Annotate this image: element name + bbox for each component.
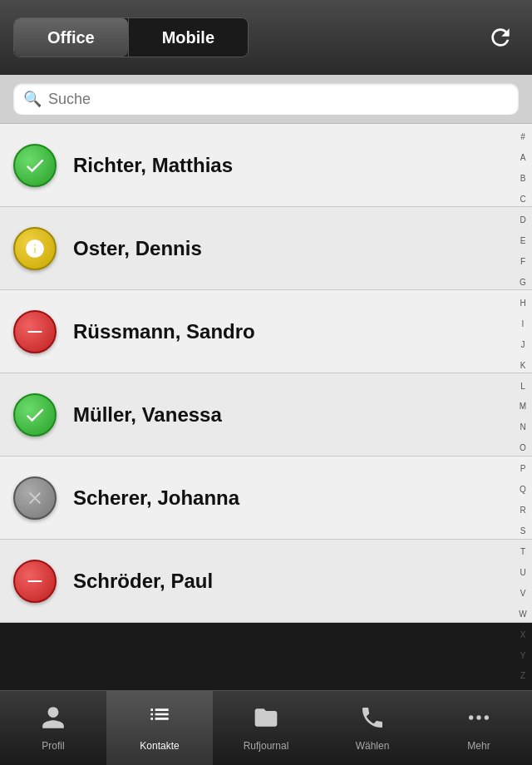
alpha-letter[interactable]: M [520, 402, 526, 411]
status-icon-red [13, 310, 57, 353]
tab-label-mehr: Mehr [467, 740, 490, 752]
tab-waehlen[interactable]: Wählen [319, 691, 426, 765]
contact-item[interactable]: Oster, Dennis [0, 207, 532, 290]
status-icon-gray [13, 476, 57, 520]
svg-rect-0 [27, 330, 42, 332]
alpha-letter[interactable]: N [520, 423, 525, 432]
contact-name: Müller, Vanessa [73, 403, 222, 427]
tab-label-rufjournal: Rufjournal [244, 740, 289, 752]
contact-item[interactable]: Rüssmann, Sandro [0, 290, 532, 373]
segment-mobile[interactable]: Mobile [129, 18, 248, 57]
tab-mehr[interactable]: Mehr [426, 691, 532, 765]
search-bar: 🔍 [0, 75, 532, 124]
alpha-letter[interactable]: A [520, 154, 526, 162]
alpha-letter[interactable]: K [520, 362, 526, 370]
contact-name: Schröder, Paul [73, 570, 213, 593]
search-input[interactable] [48, 91, 509, 108]
contact-list: Richter, Matthias Oster, Dennis Rüssmann… [0, 124, 532, 623]
content-area: 🔍 Richter, Matthias Oster, Dennis Rüssma… [0, 75, 532, 690]
contact-name: Rüssmann, Sandro [73, 320, 255, 343]
alpha-letter[interactable]: Y [520, 652, 526, 660]
alpha-letter[interactable]: B [520, 175, 526, 183]
alpha-letter[interactable]: Z [520, 672, 525, 680]
tab-bar: Profil Kontakte Rufjournal Wählen Mehr [0, 690, 532, 765]
svg-point-3 [476, 715, 480, 719]
alpha-letter[interactable]: # [520, 133, 525, 141]
segment-office[interactable]: Office [14, 18, 128, 57]
alpha-letter[interactable]: F [520, 258, 525, 266]
alpha-letter[interactable]: U [520, 569, 525, 577]
svg-rect-1 [27, 580, 42, 581]
alphabet-index: #ABCDEFGHIJKLMNOPQRSTUVWXYZ [514, 124, 532, 690]
alpha-letter[interactable]: I [522, 320, 525, 328]
header: Office Mobile [0, 0, 532, 75]
refresh-button[interactable] [482, 19, 519, 56]
contact-name: Richter, Matthias [73, 154, 233, 177]
alpha-letter[interactable]: X [520, 631, 526, 639]
tab-label-profil: Profil [42, 740, 64, 752]
alpha-letter[interactable]: T [520, 548, 525, 556]
phone-icon [359, 704, 386, 737]
status-icon-green [13, 393, 57, 437]
status-icon-red [13, 560, 57, 603]
refresh-icon [487, 24, 514, 51]
search-icon: 🔍 [23, 90, 42, 108]
list-area: Richter, Matthias Oster, Dennis Rüssmann… [0, 124, 532, 690]
search-input-wrap: 🔍 [13, 83, 519, 115]
tab-kontakte[interactable]: Kontakte [106, 691, 213, 765]
contact-item[interactable]: Müller, Vanessa [0, 373, 532, 457]
tab-profil[interactable]: Profil [0, 691, 106, 765]
status-icon-yellow [13, 227, 57, 270]
contact-item[interactable]: Richter, Matthias [0, 124, 532, 207]
segment-control: Office Mobile [13, 17, 249, 57]
more-icon [466, 704, 492, 737]
alpha-letter[interactable]: E [520, 237, 526, 245]
svg-point-2 [469, 715, 473, 719]
alpha-letter[interactable]: O [520, 444, 526, 452]
contact-item[interactable]: Schröder, Paul [0, 540, 532, 623]
folder-icon [253, 704, 279, 737]
person-icon [40, 704, 66, 737]
alpha-letter[interactable]: R [520, 506, 525, 515]
alpha-letter[interactable]: D [520, 216, 525, 225]
alpha-letter[interactable]: C [520, 195, 525, 204]
alpha-letter[interactable]: L [520, 382, 525, 391]
alpha-letter[interactable]: V [520, 590, 526, 598]
alpha-letter[interactable]: P [520, 465, 526, 473]
contact-name: Scherer, Johanna [73, 486, 239, 510]
tab-rufjournal[interactable]: Rufjournal [213, 691, 319, 765]
alpha-letter[interactable]: G [520, 279, 526, 287]
alpha-letter[interactable]: H [520, 299, 525, 308]
svg-point-4 [485, 715, 489, 719]
tab-label-kontakte: Kontakte [140, 740, 179, 752]
contacts-icon [146, 704, 173, 737]
alpha-letter[interactable]: S [520, 527, 526, 536]
contact-name: Oster, Dennis [73, 237, 202, 260]
alpha-letter[interactable]: J [521, 341, 525, 349]
status-icon-green [13, 144, 57, 187]
alpha-letter[interactable]: Q [520, 486, 526, 494]
alpha-letter[interactable]: W [519, 610, 526, 619]
tab-label-waehlen: Wählen [356, 740, 390, 752]
contact-item[interactable]: Scherer, Johanna [0, 457, 532, 540]
